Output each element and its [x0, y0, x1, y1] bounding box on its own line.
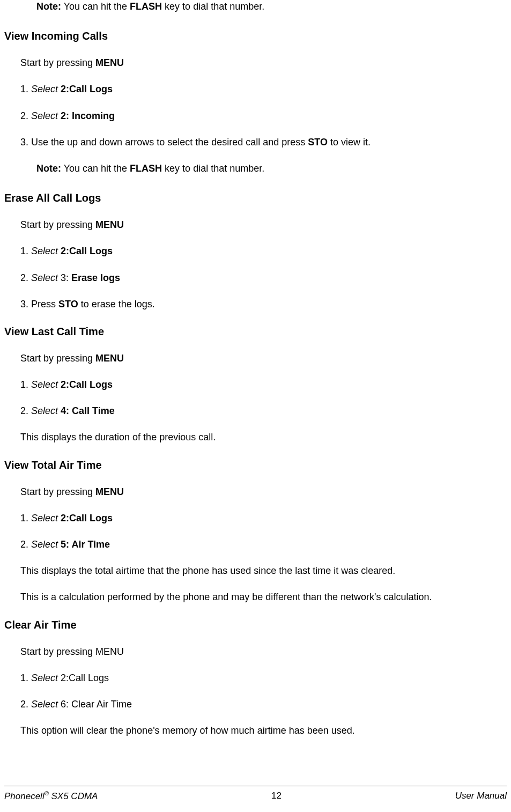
- start-instruction: Start by pressing MENU: [20, 218, 507, 232]
- description-text-1: This displays the total airtime that the…: [20, 564, 507, 578]
- start-instruction: Start by pressing MENU: [20, 352, 507, 365]
- note-text-1: You can hit the: [61, 1, 130, 12]
- select-word: Select: [31, 405, 61, 416]
- footer-divider: [4, 786, 507, 786]
- note-text-1: You can hit the: [61, 163, 130, 174]
- menu-key: MENU: [95, 353, 124, 364]
- note-label: Note:: [36, 1, 61, 12]
- heading-view-last-call-time: View Last Call Time: [4, 324, 507, 339]
- step-1: 1. Select 2:Call Logs: [20, 512, 507, 525]
- menu-option: 2:Call Logs: [61, 84, 113, 94]
- step-1: 1. Select 2:Call Logs: [20, 83, 507, 96]
- step-num: 2.: [20, 699, 31, 710]
- step-num: 2.: [20, 405, 31, 416]
- menu-key: MENU: [95, 57, 124, 68]
- select-word: Select: [31, 513, 61, 523]
- select-word: Select: [31, 673, 61, 683]
- page-number: 12: [271, 789, 282, 802]
- start-text: Start by pressing: [20, 353, 95, 364]
- step-num: 1.: [20, 379, 31, 390]
- section-note: Note: You can hit the FLASH key to dial …: [36, 162, 507, 175]
- step-text: 3. Press: [20, 299, 58, 309]
- step-num: 2.: [20, 272, 31, 283]
- menu-key: MENU: [95, 486, 124, 497]
- menu-option: 2:Call Logs: [61, 379, 113, 390]
- step-2: 2. Select 5: Air Time: [20, 538, 507, 551]
- start-instruction: Start by pressing MENU: [20, 485, 507, 499]
- top-note: Note: You can hit the FLASH key to dial …: [36, 0, 507, 13]
- heading-erase-all-call-logs: Erase All Call Logs: [4, 190, 507, 205]
- step-num: 1.: [20, 84, 31, 94]
- menu-option: 6: Clear Air Time: [61, 699, 132, 710]
- select-word: Select: [31, 110, 61, 121]
- step-num: 1.: [20, 673, 31, 683]
- sto-key: STO: [308, 137, 328, 147]
- note-text-2: key to dial that number.: [162, 1, 264, 12]
- flash-key: FLASH: [130, 163, 162, 174]
- footer-right: User Manual: [455, 789, 507, 802]
- footer-left: Phonecell® SX5 CDMA: [4, 789, 98, 802]
- start-text: Start by pressing: [20, 486, 95, 497]
- step-3: 3. Press STO to erase the logs.: [20, 298, 507, 311]
- description-text: This option will clear the phone's memor…: [20, 724, 507, 737]
- step-text: 3. Use the up and down arrows to select …: [20, 137, 308, 147]
- start-text: Start by pressing: [20, 57, 95, 68]
- step-num: 2.: [20, 539, 31, 550]
- option-num: 3:: [61, 272, 71, 283]
- page-footer: Phonecell® SX5 CDMA 12 User Manual: [4, 789, 507, 802]
- step-2: 2. Select 4: Call Time: [20, 404, 507, 418]
- sto-key: STO: [58, 299, 78, 309]
- select-word: Select: [31, 84, 61, 94]
- menu-option: 2:Call Logs: [61, 513, 113, 523]
- menu-option: 2: Incoming: [61, 110, 115, 121]
- menu-option: 5: Air Time: [61, 539, 110, 550]
- menu-key: MENU: [95, 219, 124, 230]
- description-text: This displays the duration of the previo…: [20, 431, 507, 444]
- product-name-post: SX5 CDMA: [49, 791, 98, 801]
- menu-option: 2:Call Logs: [61, 246, 113, 256]
- start-instruction: Start by pressing MENU: [20, 56, 507, 70]
- step-1: 1. Select 2:Call Logs: [20, 245, 507, 258]
- heading-view-incoming-calls: View Incoming Calls: [4, 28, 507, 43]
- product-name-pre: Phonecell: [4, 791, 45, 801]
- flash-key: FLASH: [130, 1, 162, 12]
- select-word: Select: [31, 379, 61, 390]
- registered-icon: ®: [45, 790, 49, 796]
- step-num: 1.: [20, 246, 31, 256]
- select-word: Select: [31, 272, 61, 283]
- step-2: 2. Select 6: Clear Air Time: [20, 698, 507, 711]
- step-num: 1.: [20, 513, 31, 523]
- step-2: 2. Select 2: Incoming: [20, 109, 507, 123]
- note-label: Note:: [36, 163, 61, 174]
- menu-option: Erase logs: [71, 272, 120, 283]
- select-word: Select: [31, 539, 61, 550]
- heading-clear-air-time: Clear Air Time: [4, 617, 507, 632]
- step-1: 1. Select 2:Call Logs: [20, 671, 507, 685]
- select-word: Select: [31, 246, 61, 256]
- menu-option: 2:Call Logs: [61, 673, 109, 683]
- step-tail: to view it.: [328, 137, 371, 147]
- select-word: Select: [31, 699, 61, 710]
- start-instruction: Start by pressing MENU: [20, 645, 507, 659]
- heading-view-total-air-time: View Total Air Time: [4, 457, 507, 473]
- note-text-2: key to dial that number.: [162, 163, 264, 174]
- step-num: 2.: [20, 110, 31, 121]
- step-1: 1. Select 2:Call Logs: [20, 378, 507, 392]
- step-2: 2. Select 3: Erase logs: [20, 271, 507, 285]
- step-tail: to erase the logs.: [78, 299, 155, 309]
- start-text: Start by pressing: [20, 219, 95, 230]
- description-text-2: This is a calculation performed by the p…: [20, 590, 507, 604]
- menu-option: 4: Call Time: [61, 405, 115, 416]
- step-3: 3. Use the up and down arrows to select …: [20, 136, 507, 149]
